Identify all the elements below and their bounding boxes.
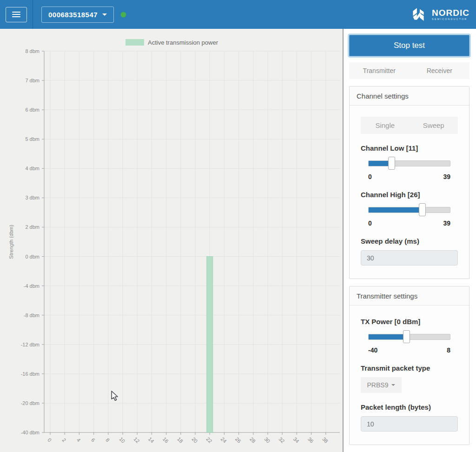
svg-text:6 dbm: 6 dbm bbox=[25, 107, 40, 113]
slider-track bbox=[368, 207, 450, 213]
slider-min: 0 bbox=[368, 173, 372, 180]
svg-text:3 dbm: 3 dbm bbox=[25, 195, 40, 200]
packet-length-label: Packet length (bytes) bbox=[361, 403, 458, 411]
slider-max: 8 bbox=[447, 346, 450, 354]
sweep-delay-label: Sweep delay (ms) bbox=[361, 237, 458, 245]
svg-text:7 dbm: 7 dbm bbox=[25, 78, 40, 83]
svg-text:18: 18 bbox=[176, 436, 184, 444]
channel-high-range: 0 39 bbox=[368, 219, 450, 227]
svg-text:-20 dbm: -20 dbm bbox=[21, 400, 40, 406]
svg-text:2 dbm: 2 dbm bbox=[25, 224, 40, 230]
svg-text:16: 16 bbox=[162, 436, 170, 444]
svg-text:12: 12 bbox=[132, 436, 140, 444]
nordic-logo-icon bbox=[409, 5, 428, 24]
svg-text:22: 22 bbox=[205, 436, 213, 444]
chevron-down-icon bbox=[391, 384, 395, 386]
mode-tabs: Transmitter Receiver bbox=[349, 62, 469, 79]
svg-text:20: 20 bbox=[191, 436, 198, 444]
header-divider bbox=[33, 0, 33, 29]
channel-settings-card: Channel settings Single Sweep Channel Lo… bbox=[349, 86, 469, 279]
svg-text:38: 38 bbox=[321, 436, 329, 444]
slider-thumb[interactable] bbox=[403, 330, 410, 343]
svg-text:8 dbm: 8 dbm bbox=[25, 48, 40, 54]
svg-text:-40 dbm: -40 dbm bbox=[21, 430, 40, 435]
tab-receiver[interactable]: Receiver bbox=[410, 62, 470, 79]
svg-text:4 dbm: 4 dbm bbox=[25, 166, 40, 171]
channel-high-label: Channel High [26] bbox=[361, 191, 458, 199]
svg-text:6: 6 bbox=[90, 437, 96, 443]
transmitter-settings-card: Transmitter settings TX Power [0 dBm] -4… bbox=[349, 286, 469, 445]
slider-fill bbox=[369, 334, 407, 339]
device-connected-status-dot bbox=[121, 12, 126, 17]
svg-text:-8 dbm: -8 dbm bbox=[24, 312, 40, 318]
svg-text:30: 30 bbox=[263, 436, 271, 444]
packet-type-label: Transmit packet type bbox=[361, 364, 458, 372]
svg-text:10: 10 bbox=[118, 436, 126, 444]
channel-settings-title: Channel settings bbox=[350, 86, 469, 106]
slider-max: 39 bbox=[443, 173, 450, 180]
tx-power-label: TX Power [0 dBm] bbox=[361, 318, 458, 326]
hamburger-menu-button[interactable] bbox=[6, 7, 27, 22]
slider-max: 39 bbox=[443, 219, 450, 227]
channel-mode-group: Single Sweep bbox=[361, 117, 458, 134]
tab-transmitter[interactable]: Transmitter bbox=[349, 62, 410, 79]
svg-text:8: 8 bbox=[105, 437, 111, 443]
svg-text:32: 32 bbox=[278, 436, 285, 444]
packet-type-value: PRBS9 bbox=[367, 381, 389, 389]
tx-power-range: -40 8 bbox=[368, 346, 450, 354]
slider-track bbox=[368, 160, 450, 166]
app-header: 000683518547 NORDIC SEMICONDUCTOR bbox=[0, 0, 476, 29]
svg-text:Strength (dbm): Strength (dbm) bbox=[8, 225, 14, 259]
chevron-down-icon bbox=[102, 13, 107, 16]
svg-text:0: 0 bbox=[46, 437, 53, 443]
stop-test-button[interactable]: Stop test bbox=[349, 35, 469, 56]
svg-text:26: 26 bbox=[234, 436, 242, 444]
slider-thumb[interactable] bbox=[419, 203, 426, 216]
rssi-chart-area: 024681012141618202224262830323436388 dbm… bbox=[0, 29, 343, 452]
channel-high-slider[interactable] bbox=[368, 203, 450, 216]
svg-text:-4 dbm: -4 dbm bbox=[24, 283, 40, 289]
packet-length-input[interactable] bbox=[361, 416, 458, 432]
svg-text:34: 34 bbox=[292, 436, 300, 444]
tx-power-slider[interactable] bbox=[368, 330, 450, 343]
transmission-power-chart: 024681012141618202224262830323436388 dbm… bbox=[0, 29, 343, 452]
transmitter-settings-title: Transmitter settings bbox=[350, 286, 469, 306]
channel-low-range: 0 39 bbox=[368, 173, 450, 180]
packet-type-dropdown[interactable]: PRBS9 bbox=[361, 377, 402, 393]
control-sidebar: Stop test Transmitter Receiver Channel s… bbox=[344, 29, 476, 452]
svg-text:28: 28 bbox=[249, 436, 257, 444]
svg-text:2: 2 bbox=[61, 437, 67, 443]
svg-text:-12 dbm: -12 dbm bbox=[21, 342, 40, 347]
hamburger-icon bbox=[12, 10, 20, 19]
svg-text:24: 24 bbox=[220, 436, 228, 444]
svg-text:0 dbm: 0 dbm bbox=[25, 254, 40, 259]
app-window: 000683518547 NORDIC SEMICONDUCTOR 0 bbox=[0, 0, 476, 452]
single-channel-button[interactable]: Single bbox=[361, 117, 410, 134]
slider-fill bbox=[369, 207, 423, 213]
channel-low-slider[interactable] bbox=[368, 157, 450, 170]
svg-text:4: 4 bbox=[76, 437, 82, 443]
brand-subtitle: SEMICONDUCTOR bbox=[432, 18, 469, 21]
svg-text:14: 14 bbox=[147, 436, 155, 444]
channel-low-label: Channel Low [11] bbox=[361, 144, 458, 152]
brand-name: NORDIC bbox=[432, 8, 469, 17]
slider-min: 0 bbox=[368, 219, 372, 227]
device-selector-dropdown[interactable]: 000683518547 bbox=[41, 7, 114, 23]
slider-thumb[interactable] bbox=[388, 157, 395, 170]
sweep-delay-input[interactable] bbox=[361, 250, 458, 266]
nordic-logo: NORDIC SEMICONDUCTOR bbox=[409, 5, 469, 24]
svg-text:-16 dbm: -16 dbm bbox=[21, 371, 40, 377]
svg-text:5 dbm: 5 dbm bbox=[25, 136, 40, 142]
slider-min: -40 bbox=[368, 346, 377, 354]
device-serial: 000683518547 bbox=[48, 11, 98, 19]
sweep-channel-button[interactable]: Sweep bbox=[410, 117, 458, 134]
svg-text:Active transmission power: Active transmission power bbox=[148, 39, 218, 46]
svg-text:36: 36 bbox=[307, 436, 315, 444]
